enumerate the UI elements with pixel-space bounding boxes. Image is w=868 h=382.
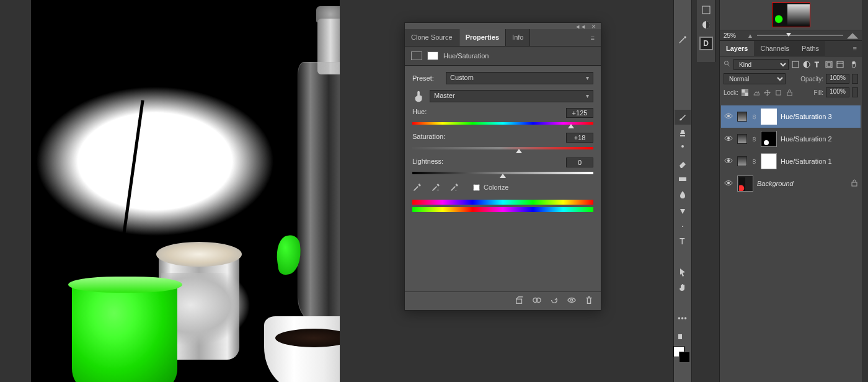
layer-item[interactable]: 𝟾 Hue/Saturation 3 (721, 105, 861, 128)
colorize-checkbox[interactable] (473, 184, 480, 191)
targeted-adjustment-icon[interactable] (412, 89, 426, 103)
tab-properties[interactable]: Properties (459, 29, 506, 46)
layer-filter-kind[interactable]: Kind (733, 59, 789, 70)
eraser-tool-icon[interactable] (675, 156, 691, 171)
type-tool-icon[interactable]: T (675, 234, 691, 249)
layer-visibility-icon[interactable] (724, 113, 733, 120)
clone-stamp-tool-icon[interactable] (675, 125, 691, 140)
navigator-thumbnail[interactable] (772, 2, 810, 27)
lock-all-icon[interactable] (786, 89, 794, 97)
history-brush-tool-icon[interactable] (675, 141, 691, 156)
tab-clone-source[interactable]: Clone Source (405, 29, 459, 46)
tab-layers[interactable]: Layers (720, 41, 754, 56)
adjustments-panel-icon[interactable] (698, 17, 714, 32)
filter-type-icon[interactable]: T (813, 60, 822, 69)
background-color[interactable] (679, 352, 690, 363)
layer-link-icon[interactable]: 𝟾 (751, 158, 757, 166)
marquee-tool-icon[interactable] (675, 79, 691, 94)
tab-info[interactable]: Info (506, 29, 530, 46)
hue-value[interactable]: +125 (566, 108, 593, 118)
path-selection-tool-icon[interactable] (675, 249, 691, 264)
lightness-value[interactable]: 0 (566, 158, 593, 167)
eyedropper-tool-icon[interactable] (675, 32, 691, 47)
view-previous-icon[interactable] (533, 296, 541, 306)
panel-collapse-icon[interactable]: ◄◄ (575, 24, 586, 30)
zoom-slider[interactable] (757, 32, 843, 39)
smudge-tool-icon[interactable] (675, 187, 691, 202)
fill-value[interactable]: 100% (826, 87, 849, 97)
filter-pixel-icon[interactable] (791, 60, 800, 69)
color-panel-icon[interactable] (698, 2, 714, 17)
filter-smartobject-icon[interactable] (836, 60, 844, 69)
layer-adjustment-thumb[interactable] (737, 112, 747, 122)
tab-channels[interactable]: Channels (754, 41, 795, 56)
adjustment-icon[interactable] (411, 51, 422, 60)
panel-close-icon[interactable]: × (591, 22, 596, 31)
lasso-tool-icon[interactable] (675, 94, 691, 109)
layer-adjustment-thumb[interactable] (737, 156, 747, 166)
layer-mask-thumb[interactable] (761, 131, 777, 147)
fill-dropdown[interactable] (852, 87, 858, 97)
toggle-visibility-icon[interactable] (567, 296, 576, 306)
hand-tool-icon[interactable] (675, 280, 691, 295)
saturation-slider[interactable] (412, 145, 593, 151)
hue-slider[interactable] (412, 120, 593, 127)
lock-transparency-icon[interactable] (741, 89, 749, 97)
canvas-area[interactable] (31, 0, 340, 382)
eyedropper-subtract-icon[interactable]: - (450, 182, 459, 192)
more-tools-icon[interactable]: ••• (675, 311, 691, 326)
layer-mask-thumb[interactable] (761, 109, 777, 125)
delete-icon[interactable] (585, 296, 593, 306)
layer-visibility-icon[interactable] (724, 180, 733, 187)
blend-mode-select[interactable]: Normal (724, 73, 786, 84)
lightness-slider[interactable] (412, 170, 593, 176)
quickmask-icon[interactable] (675, 332, 691, 342)
layer-thumb[interactable] (737, 175, 753, 192)
layer-item[interactable]: 𝟾 Hue/Saturation 2 (721, 128, 861, 150)
mask-icon[interactable] (427, 51, 438, 60)
reset-icon[interactable] (550, 296, 559, 306)
layer-item[interactable]: 𝟾 Hue/Saturation 1 (721, 150, 861, 172)
color-swatches[interactable] (673, 346, 692, 357)
layer-visibility-icon[interactable] (724, 135, 733, 143)
foreground-color[interactable] (673, 346, 684, 357)
artboard-tool-icon[interactable] (675, 1, 691, 16)
zoom-percent[interactable]: 25% (724, 32, 747, 39)
filter-toggle-icon[interactable] (849, 60, 858, 69)
layer-item-background[interactable]: Background (721, 172, 861, 195)
lock-artboard-icon[interactable] (774, 89, 782, 97)
layer-link-icon[interactable]: 𝟾 (751, 135, 757, 143)
filter-adjustment-icon[interactable] (802, 60, 811, 69)
layer-adjustment-thumb[interactable] (737, 134, 747, 144)
brush-tool-icon[interactable] (675, 110, 691, 125)
panel-menu-icon[interactable]: ≡ (585, 29, 601, 46)
pen-tool-icon[interactable] (675, 218, 691, 233)
lock-image-icon[interactable] (752, 89, 760, 97)
dodge-tool-icon[interactable] (675, 203, 691, 218)
lock-position-icon[interactable] (763, 89, 771, 97)
clip-to-layer-icon[interactable] (515, 296, 524, 306)
preset-select[interactable]: Custom (446, 72, 593, 84)
direct-selection-tool-icon[interactable] (675, 265, 691, 280)
crop-tool-icon[interactable] (675, 17, 691, 32)
zoom-out-icon[interactable]: ▲ (747, 32, 753, 39)
zoom-in-icon[interactable]: ◢◣ (847, 31, 858, 40)
tab-paths[interactable]: Paths (795, 41, 825, 56)
channel-select[interactable]: Master (430, 90, 593, 102)
filter-shape-icon[interactable] (825, 60, 833, 69)
eyedropper-add-icon[interactable]: + (431, 182, 441, 192)
ruler-tool-icon[interactable] (675, 48, 691, 63)
patch-tool-icon[interactable] (675, 63, 691, 78)
eyedropper-icon[interactable] (412, 182, 422, 192)
layer-link-icon[interactable]: 𝟾 (751, 113, 757, 121)
saturation-value[interactable]: +18 (566, 133, 593, 143)
gradient-tool-icon[interactable] (675, 172, 691, 187)
opacity-value[interactable]: 100% (826, 74, 849, 84)
zoom-tool-icon[interactable] (675, 296, 691, 311)
opacity-dropdown[interactable] (852, 74, 858, 84)
layers-menu-icon[interactable]: ≡ (848, 41, 862, 56)
layer-visibility-icon[interactable] (724, 158, 733, 165)
layer-lock-icon[interactable] (851, 179, 858, 189)
libraries-panel-icon[interactable]: D (698, 36, 714, 51)
layer-mask-thumb[interactable] (761, 153, 777, 169)
